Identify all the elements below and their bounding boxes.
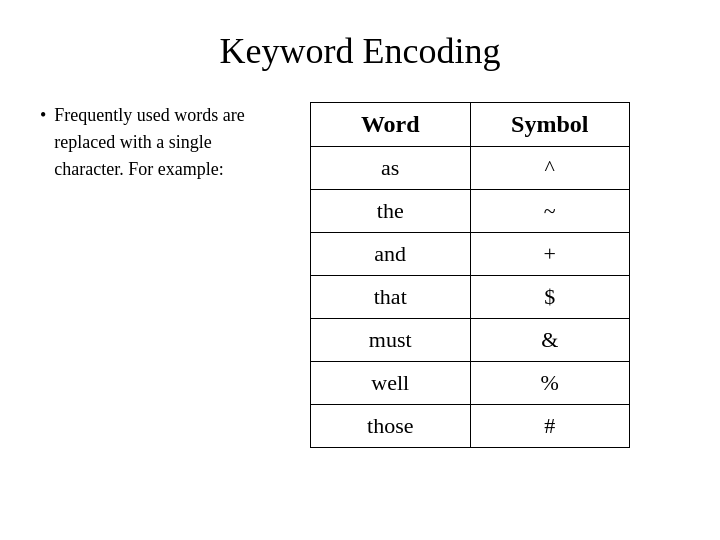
table-row: as^ <box>311 147 630 190</box>
word-cell: well <box>311 362 471 405</box>
table-row: and+ <box>311 233 630 276</box>
word-cell: and <box>311 233 471 276</box>
keyword-table-container: Word Symbol as^the~and+that$must&well%th… <box>310 102 680 448</box>
keyword-encoding-table: Word Symbol as^the~and+that$must&well%th… <box>310 102 630 448</box>
bullet-text: Frequently used words are replaced with … <box>54 102 270 183</box>
table-row: well% <box>311 362 630 405</box>
content-area: • Frequently used words are replaced wit… <box>40 102 680 448</box>
bullet-point: • Frequently used words are replaced wit… <box>40 102 270 183</box>
table-row: those# <box>311 405 630 448</box>
word-cell: must <box>311 319 471 362</box>
table-row: must& <box>311 319 630 362</box>
symbol-cell: & <box>470 319 630 362</box>
symbol-cell: ^ <box>470 147 630 190</box>
word-cell: as <box>311 147 471 190</box>
word-cell: that <box>311 276 471 319</box>
description-text: • Frequently used words are replaced wit… <box>40 102 270 183</box>
table-row: that$ <box>311 276 630 319</box>
word-cell: the <box>311 190 471 233</box>
page-title: Keyword Encoding <box>40 30 680 72</box>
word-column-header: Word <box>311 103 471 147</box>
table-header-row: Word Symbol <box>311 103 630 147</box>
bullet-symbol: • <box>40 102 46 183</box>
word-cell: those <box>311 405 471 448</box>
symbol-cell: % <box>470 362 630 405</box>
main-page: Keyword Encoding • Frequently used words… <box>0 0 720 540</box>
symbol-cell: $ <box>470 276 630 319</box>
symbol-column-header: Symbol <box>470 103 630 147</box>
table-row: the~ <box>311 190 630 233</box>
symbol-cell: ~ <box>470 190 630 233</box>
symbol-cell: + <box>470 233 630 276</box>
symbol-cell: # <box>470 405 630 448</box>
